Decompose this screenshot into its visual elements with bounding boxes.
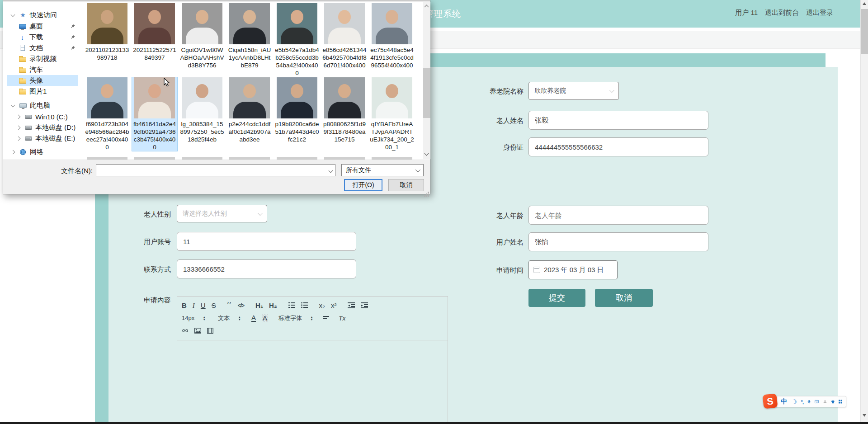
contact-input[interactable] <box>177 259 356 278</box>
sidebar-item-folder-pic[interactable]: 图片1 <box>7 86 78 97</box>
elder-gender-select[interactable]: 请选择老人性别 <box>177 205 267 222</box>
sidebar-item-folder-car[interactable]: 汽车 <box>7 64 78 75</box>
scroll-up-icon[interactable] <box>863 2 866 5</box>
sidebar-item-folder-avatar[interactable]: 头像 <box>7 75 78 86</box>
file-item[interactable]: e5b542e7a1db4b258c55ccdd3b54ba42!400x400 <box>274 3 320 77</box>
elder-name-input[interactable] <box>528 111 708 130</box>
sidebar-item-folder-video[interactable]: 录制视频 <box>7 53 78 64</box>
bullet-list-icon[interactable] <box>301 302 308 308</box>
id-card-input[interactable] <box>528 137 708 156</box>
underline-icon[interactable]: U <box>201 302 206 310</box>
strikethrough-icon[interactable]: S <box>212 302 216 310</box>
editor-content[interactable] <box>177 340 448 424</box>
chevron-down-icon[interactable] <box>329 169 333 173</box>
page-scrollbar[interactable] <box>860 0 868 422</box>
apps-grid-icon[interactable] <box>839 399 842 405</box>
folder-icon <box>19 67 26 73</box>
file-item[interactable]: 2021102123133989718 <box>85 3 130 61</box>
moon-icon[interactable]: ☽ <box>791 398 797 405</box>
highlight-color-icon[interactable]: A <box>262 314 268 322</box>
submit-button[interactable]: 提交 <box>528 289 585 307</box>
logout-front-link[interactable]: 退出到前台 <box>765 9 799 17</box>
file-item[interactable]: p2e244cdc1ddfaf0c1d42b907aabd3ee <box>227 77 272 143</box>
file-item[interactable]: e856cd42613446b492570b4fdf86d701!400x400 <box>322 3 367 69</box>
filename-input[interactable] <box>97 165 326 175</box>
italic-icon[interactable]: I <box>193 302 195 310</box>
facility-select[interactable]: 欣欣养老院 <box>528 82 619 100</box>
image-icon[interactable] <box>194 328 201 334</box>
video-icon[interactable] <box>207 328 213 334</box>
chevron-right-icon <box>16 125 21 130</box>
sidebar-item-drive-d[interactable]: 本地磁盘 (D:) <box>7 122 78 133</box>
file-item[interactable]: 2021112522571849397 <box>132 3 177 61</box>
font-size-select[interactable]: 14px ▲▼ <box>182 315 206 321</box>
file-item[interactable]: p80880625f1d99f311878480ea15e715 <box>322 77 367 143</box>
sidebar-item-drive-e[interactable]: 本地磁盘 (E:) <box>7 133 78 144</box>
clear-format-icon[interactable]: Tx <box>339 314 346 322</box>
filetype-select[interactable]: 所有文件 <box>341 164 424 176</box>
chevron-down-icon <box>11 12 15 17</box>
code-block-icon[interactable]: </> <box>238 302 244 310</box>
account-input[interactable] <box>177 232 356 251</box>
form-cancel-button[interactable]: 取消 <box>595 289 653 307</box>
drive-icon <box>24 126 32 130</box>
user-link[interactable]: 用户 11 <box>735 9 758 17</box>
text-style-select[interactable]: 文本 ▲▼ <box>218 314 241 322</box>
scrollbar-thumb[interactable] <box>423 68 430 118</box>
outdent-icon[interactable] <box>348 302 355 308</box>
scroll-down-icon[interactable] <box>863 414 866 417</box>
sidebar-item-desktop[interactable]: 桌面 <box>7 21 78 32</box>
file-item[interactable]: p19b8200ca6de51b7a9443d4c0fc21c2 <box>274 77 320 143</box>
text-color-icon[interactable]: A <box>251 314 256 322</box>
keyboard-icon[interactable] <box>815 399 819 404</box>
user-name-input[interactable] <box>528 232 708 251</box>
file-thumbnail <box>182 77 222 118</box>
microphone-icon[interactable] <box>807 399 811 405</box>
logout-link[interactable]: 退出登录 <box>806 9 833 17</box>
file-item[interactable]: lg_3085384_1589975250_5ec518d25f4eb <box>179 77 225 143</box>
scrollbar-thumb[interactable] <box>861 9 868 54</box>
rich-text-editor: B I U S ” </> H₁ H₂ x₂ x² 14px ▲▼ 文本 ▲▼ … <box>177 296 448 424</box>
sidebar-item-network[interactable]: 网络 <box>7 146 78 157</box>
taskbar-edge <box>0 422 868 424</box>
file-item[interactable]: qIYBAFb7UreATJvpAAPADRTuEJk734_200_200_1 <box>369 77 415 151</box>
punctuation-icon[interactable]: °, <box>801 399 803 405</box>
user-mode-icon[interactable] <box>823 399 827 405</box>
sidebar-item-drive-c[interactable]: Win10 (C:) <box>7 111 78 122</box>
scroll-down-icon[interactable] <box>425 151 429 156</box>
file-item[interactable]: CgotOV1w80WABHOaAAHshVd3B8Y756 <box>179 3 225 69</box>
chinese-mode-icon[interactable]: 中 <box>781 398 787 406</box>
bold-icon[interactable]: B <box>182 302 187 310</box>
file-thumbnail <box>87 77 127 118</box>
superscript-icon[interactable]: x² <box>331 302 337 310</box>
indent-icon[interactable] <box>361 302 368 308</box>
heading2-icon[interactable]: H₂ <box>269 302 277 310</box>
file-item-selected[interactable]: fb461641da2e49cfb0291a4736c3b475!400x400 <box>132 77 177 151</box>
blockquote-icon[interactable]: ” <box>226 302 232 309</box>
dialog-cancel-button[interactable]: 取消 <box>388 179 424 191</box>
file-list-scrollbar[interactable] <box>423 2 430 159</box>
resize-grip-icon[interactable] <box>428 192 429 193</box>
subscript-icon[interactable]: x₂ <box>319 302 325 310</box>
skin-icon[interactable] <box>831 399 835 405</box>
sidebar-item-this-pc[interactable]: 此电脑 <box>7 100 78 111</box>
header-links: 用户 11 退出到前台 退出登录 <box>735 9 833 17</box>
apply-time-picker[interactable]: 2023 年 03 月 03 日 <box>528 260 618 279</box>
ordered-list-icon[interactable] <box>288 302 295 308</box>
sidebar-item-label: 图片1 <box>29 87 47 96</box>
file-item[interactable]: ec75c448ac5e44f1913cfe5c0cd96554!400x400 <box>369 3 415 69</box>
file-item[interactable]: Ciqah158n_iAU1ycAAnbD8LHtbE879 <box>227 3 272 69</box>
sidebar-item-documents[interactable]: 文档 <box>7 42 78 53</box>
sidebar-item-quick-access[interactable]: ★ 快速访问 <box>7 9 78 20</box>
sogou-logo-icon[interactable]: S <box>762 393 778 409</box>
sidebar-item-label: Win10 (C:) <box>35 113 68 121</box>
link-icon[interactable] <box>182 327 189 334</box>
align-icon[interactable] <box>323 316 329 320</box>
elder-age-input[interactable] <box>528 206 708 225</box>
scroll-up-icon[interactable] <box>425 5 429 9</box>
open-button[interactable]: 打开(O) <box>344 179 382 191</box>
sidebar-item-downloads[interactable]: ↓ 下载 <box>7 32 78 42</box>
font-family-select[interactable]: 标准字体 ▲▼ <box>278 314 313 322</box>
heading1-icon[interactable]: H₁ <box>255 302 263 310</box>
file-item[interactable]: f6901d723b304e948566ac284beec27a!400x400 <box>85 77 130 151</box>
